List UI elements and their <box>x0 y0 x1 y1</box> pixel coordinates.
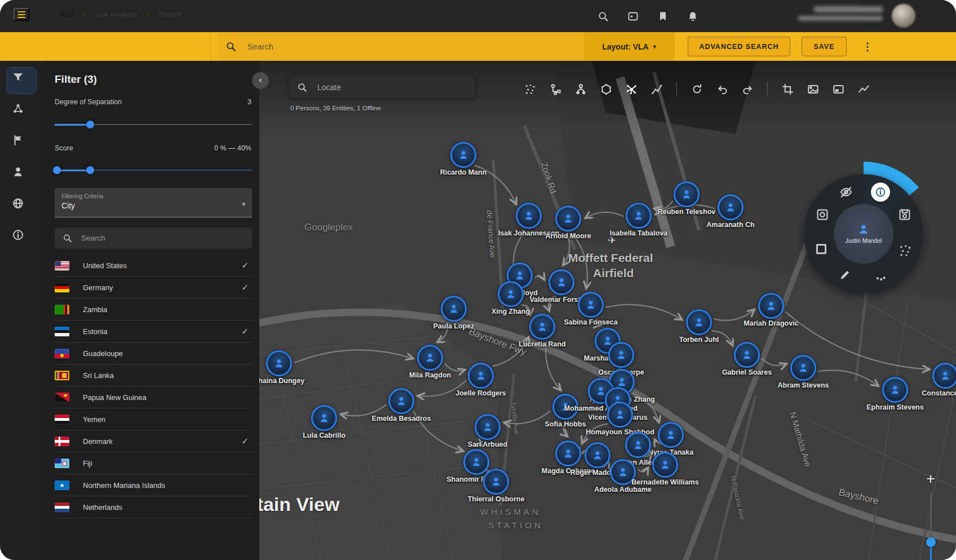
person-node[interactable]: Sari Arbued <box>475 414 501 440</box>
person-node[interactable]: Isak Johannesson <box>516 203 542 229</box>
pencil-radial-button[interactable] <box>838 268 852 282</box>
locate-input[interactable] <box>316 82 452 92</box>
snapshot-tool-button[interactable] <box>803 80 823 98</box>
layout-select[interactable]: Layout: VLA ▾ <box>583 32 675 61</box>
zoom-in-button[interactable]: + <box>922 471 939 488</box>
country-row-lk[interactable]: Sri Lanka <box>55 365 252 386</box>
country-row-de[interactable]: Germany✓ <box>55 277 252 299</box>
avatar[interactable] <box>892 4 915 28</box>
crop-tool-button[interactable] <box>777 80 798 98</box>
breadcrumb-item[interactable]: Link Analysis <box>95 10 137 19</box>
minimap-tool-button[interactable] <box>828 80 848 98</box>
bell-icon[interactable] <box>687 11 698 22</box>
degree-slider[interactable] <box>55 121 252 128</box>
person-node[interactable]: Valdemar Forsberg <box>548 269 574 295</box>
person-node[interactable]: Isabella Tabalova <box>626 203 652 229</box>
person-node[interactable]: Arnold Moore <box>555 206 581 232</box>
person-node[interactable]: Xing Zhang <box>498 281 524 307</box>
person-node[interactable]: Reuben Teleshov <box>674 181 700 207</box>
locate-search[interactable] <box>289 77 475 98</box>
person-node[interactable]: Amaranath Ch <box>718 194 743 220</box>
person-node[interactable]: Homayoun Shahbod <box>607 402 633 428</box>
rotate-tool-button[interactable] <box>687 80 707 98</box>
person-node[interactable]: Torben Juhl <box>686 309 712 335</box>
person-node[interactable]: Lucretia Rand <box>529 314 555 340</box>
circleframe-radial-button[interactable] <box>816 208 829 221</box>
country-row-mp[interactable]: Northern Mariana Islands <box>55 474 252 496</box>
menu-button[interactable] <box>14 8 29 21</box>
rail-item-info[interactable] <box>7 225 36 251</box>
savecard-radial-button[interactable] <box>898 208 911 221</box>
frame-radial-button[interactable] <box>815 242 828 256</box>
pathline-tool-button[interactable] <box>647 80 667 98</box>
person-node[interactable]: Bernadette Williams <box>652 452 678 478</box>
country-row-nl[interactable]: Netherlands <box>55 496 252 518</box>
person-node[interactable]: John Allen <box>625 432 651 458</box>
country-row-gp[interactable]: Guadeloupe <box>55 343 252 365</box>
zoom-slider-handle[interactable] <box>926 537 936 547</box>
country-row-ye[interactable]: Yemen <box>55 408 252 430</box>
country-row-dk[interactable]: Denmark✓ <box>55 430 252 452</box>
person-node[interactable]: Gabriel Soares <box>734 342 760 368</box>
person-node[interactable]: Mila Ragdon <box>417 345 443 371</box>
bookmark-icon[interactable] <box>657 11 669 22</box>
global-search[interactable] <box>219 32 582 61</box>
scatter-tool-button[interactable] <box>520 80 540 98</box>
map-canvas[interactable]: GoogleplexMoffett FederalAirfieldMountai… <box>259 61 956 560</box>
tree-tool-button[interactable] <box>545 80 565 98</box>
org-tool-button[interactable] <box>570 80 591 98</box>
person-node[interactable]: Sabina Fonseca <box>578 292 604 318</box>
person-node[interactable]: Lula Cabrillo <box>311 405 337 431</box>
country-row-fj[interactable]: Fiji <box>55 452 252 474</box>
rail-item-globe[interactable] <box>7 194 36 220</box>
person-node[interactable]: Roger Maddicks <box>585 442 610 468</box>
scatter-radial-button[interactable] <box>899 244 912 257</box>
country-search-input[interactable] <box>80 233 227 243</box>
person-node[interactable]: Constance Ba <box>932 363 956 389</box>
person-node[interactable]: Shaina Dungey <box>266 350 292 376</box>
timeline-tool-button[interactable] <box>853 80 874 98</box>
rail-item-flag[interactable] <box>7 131 36 157</box>
kebab-menu-icon[interactable]: ⋮ <box>859 37 876 56</box>
rail-item-funnel[interactable] <box>7 68 36 94</box>
country-row-zm[interactable]: Zambia <box>55 299 252 321</box>
person-node[interactable]: Ricardo Mann <box>450 142 476 168</box>
person-node[interactable]: Paula Lopez <box>441 296 467 322</box>
rail-item-person[interactable] <box>7 162 36 188</box>
card-icon[interactable] <box>627 11 639 22</box>
redo-tool-button[interactable] <box>737 80 758 98</box>
person-node[interactable]: Shanomir Pelham <box>463 449 489 475</box>
score-slider[interactable] <box>55 166 252 174</box>
person-node[interactable]: Joelle Rodgers <box>468 363 494 389</box>
slider-handle[interactable] <box>86 121 94 128</box>
radial-center-node[interactable]: Justin Mandel <box>834 204 893 264</box>
person-node[interactable]: Emelda Besadros <box>388 388 414 414</box>
info-radial-button[interactable] <box>871 183 890 202</box>
country-row-us[interactable]: United States✓ <box>55 255 252 277</box>
save-button[interactable]: SAVE <box>802 37 847 56</box>
country-search[interactable] <box>55 228 252 248</box>
person-node[interactable]: Nyree Tanaka <box>658 422 684 448</box>
breadcrumb-item[interactable]: Search <box>158 10 182 19</box>
collapse-panel-button[interactable]: ‹ <box>252 72 269 89</box>
slider-handle-max[interactable] <box>86 166 94 174</box>
search-icon[interactable] <box>598 11 609 22</box>
dots-radial-button[interactable] <box>874 269 888 282</box>
advanced-search-button[interactable]: ADVANCED SEARCH <box>688 37 790 56</box>
country-row-pg[interactable]: Papua New Guinea <box>55 386 252 408</box>
country-row-ee[interactable]: Estonia✓ <box>55 321 252 343</box>
hex-tool-button[interactable] <box>596 80 616 98</box>
person-node[interactable]: Mariah Dragovic <box>758 293 784 319</box>
person-node[interactable]: Magda Osborne <box>555 441 581 466</box>
person-node[interactable]: Thierral Osborne <box>483 469 509 495</box>
filtering-criteria-select[interactable]: Filtering Criteria City ▾ <box>55 188 252 217</box>
undo-tool-button[interactable] <box>712 80 732 98</box>
person-node[interactable]: Abram Stevens <box>790 355 816 381</box>
person-node[interactable]: Oscar Sharpe <box>608 342 634 368</box>
person-node[interactable]: Ephraim Stevens <box>882 377 908 403</box>
force-tool-button[interactable] <box>621 80 641 98</box>
rail-item-cluster[interactable] <box>7 99 36 125</box>
slider-handle-min[interactable] <box>53 166 61 174</box>
global-search-input[interactable] <box>246 42 483 52</box>
eyeoff-radial-button[interactable] <box>839 185 853 199</box>
